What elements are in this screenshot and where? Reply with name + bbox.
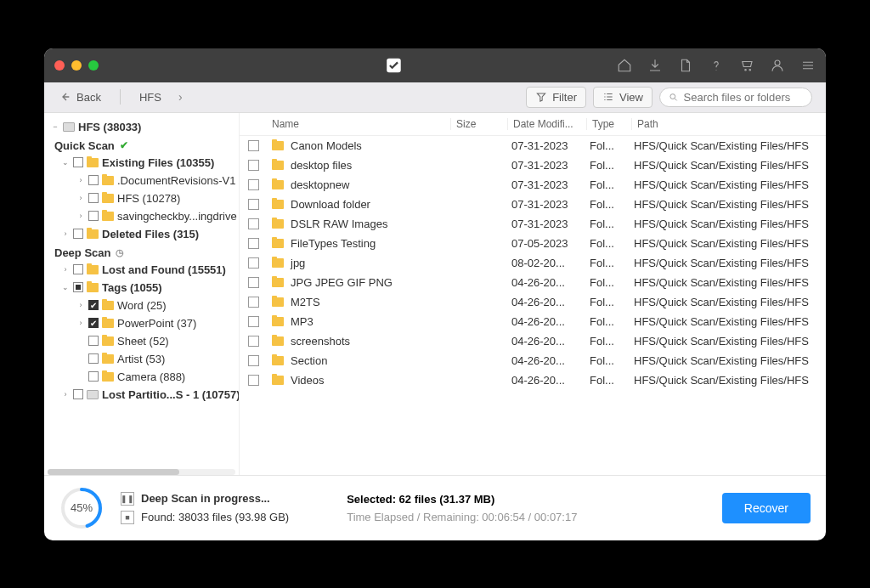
file-row[interactable]: Download folder 07-31-2023 Fol... HFS/Qu…	[240, 195, 826, 214]
col-path[interactable]: Path	[637, 118, 817, 130]
folder-icon	[272, 219, 284, 229]
folder-icon	[102, 354, 114, 364]
checkbox[interactable]	[73, 229, 83, 239]
cart-icon[interactable]	[739, 58, 754, 73]
download-icon[interactable]	[647, 58, 663, 73]
horizontal-scrollbar[interactable]	[48, 469, 235, 475]
tree-existing-files[interactable]: ⌄ Existing Files (10355)	[51, 154, 240, 172]
checkbox[interactable]	[88, 353, 99, 364]
back-button[interactable]: Back	[58, 90, 101, 104]
file-date: 04-26-20...	[511, 374, 585, 387]
checkbox[interactable]	[248, 179, 259, 190]
expand-toggle[interactable]: −	[51, 122, 59, 131]
checkbox[interactable]	[248, 257, 259, 269]
checkbox[interactable]	[248, 277, 259, 288]
file-row[interactable]: Canon Models 07-31-2023 Fol... HFS/Quick…	[240, 136, 826, 155]
checkbox[interactable]	[73, 264, 83, 274]
expand-toggle[interactable]: ›	[76, 319, 85, 327]
expand-toggle[interactable]: ⌄	[61, 158, 70, 167]
file-row[interactable]: desktop files 07-31-2023 Fol... HFS/Quic…	[240, 155, 826, 175]
tree-powerpoint[interactable]: › ✔ PowerPoint (37)	[51, 314, 240, 332]
expand-toggle[interactable]: ›	[76, 212, 85, 220]
checkbox[interactable]	[73, 157, 83, 167]
expand-toggle[interactable]: ›	[61, 265, 70, 274]
checkbox[interactable]	[248, 297, 259, 308]
col-type[interactable]: Type	[592, 118, 631, 130]
file-date: 07-31-2023	[511, 159, 585, 172]
zoom-light[interactable]	[88, 60, 99, 71]
expand-toggle[interactable]: ›	[61, 229, 70, 238]
col-date[interactable]: Date Modifi...	[513, 118, 586, 130]
tree-deleted-files[interactable]: › Deleted Files (315)	[51, 225, 240, 243]
scrollbar-thumb[interactable]	[48, 469, 179, 475]
checkbox[interactable]	[248, 140, 259, 151]
close-light[interactable]	[54, 60, 65, 71]
view-button[interactable]: View	[593, 87, 652, 108]
document-icon[interactable]	[678, 58, 693, 73]
file-row[interactable]: desktopnew 07-31-2023 Fol... HFS/Quick S…	[240, 175, 826, 195]
tree-sheet[interactable]: › Sheet (52)	[51, 332, 240, 350]
checkbox[interactable]	[73, 389, 83, 399]
tree-lost-partition[interactable]: › Lost Partitio...S - 1 (10757)	[51, 386, 240, 404]
file-row[interactable]: MP3 04-26-20... Fol... HFS/Quick Scan/Ex…	[240, 312, 826, 331]
footer: 45% ❚❚ Deep Scan in progress... ■ Found:…	[44, 475, 826, 540]
tree-word[interactable]: › ✔ Word (25)	[51, 297, 240, 314]
checkbox[interactable]	[248, 355, 259, 366]
file-row[interactable]: Section 04-26-20... Fol... HFS/Quick Sca…	[240, 351, 826, 370]
tree-root[interactable]: − HFS (38033)	[51, 118, 240, 136]
folder-icon	[102, 194, 114, 203]
checkbox[interactable]	[248, 336, 259, 347]
tree-tags[interactable]: ⌄ Tags (1055)	[51, 279, 240, 297]
expand-toggle[interactable]: ›	[76, 301, 85, 309]
file-row[interactable]: JPG JPEG GIF PNG 04-26-20... Fol... HFS/…	[240, 273, 826, 292]
tree-docrev[interactable]: › .DocumentRevisions-V1	[51, 172, 240, 189]
checkbox[interactable]	[248, 160, 259, 171]
file-date: 08-02-20...	[511, 257, 585, 269]
file-row[interactable]: DSLR RAW Images 07-31-2023 Fol... HFS/Qu…	[240, 214, 826, 234]
search-input[interactable]	[684, 91, 803, 104]
checkbox[interactable]	[88, 175, 99, 185]
checkbox[interactable]	[88, 371, 99, 382]
file-name: jpg	[291, 257, 305, 269]
expand-toggle[interactable]: ›	[76, 176, 85, 184]
file-row[interactable]: Videos 04-26-20... Fol... HFS/Quick Scan…	[240, 370, 826, 390]
file-row[interactable]: screenshots 04-26-20... Fol... HFS/Quick…	[240, 331, 826, 351]
recover-button[interactable]: Recover	[722, 493, 811, 523]
tree-savingcheck[interactable]: › savingcheckby...ingdrive	[51, 207, 240, 225]
checkbox[interactable]	[88, 211, 99, 221]
filter-button[interactable]: Filter	[526, 87, 586, 108]
file-row[interactable]: FileTypes Testing 07-05-2023 Fol... HFS/…	[240, 234, 826, 253]
minimize-light[interactable]	[71, 60, 82, 71]
tree-camera[interactable]: › Camera (888)	[51, 368, 240, 386]
tree-artist[interactable]: › Artist (53)	[51, 350, 240, 368]
checkbox[interactable]	[248, 375, 259, 386]
expand-toggle[interactable]: ›	[76, 194, 85, 202]
checkbox[interactable]	[248, 238, 259, 249]
folder-icon	[87, 229, 99, 239]
checkbox[interactable]	[248, 316, 259, 327]
user-icon[interactable]	[770, 58, 785, 73]
checkbox[interactable]: ✔	[88, 318, 99, 328]
tree-label: Word (25)	[117, 299, 167, 312]
file-row[interactable]: jpg 08-02-20... Fol... HFS/Quick Scan/Ex…	[240, 253, 826, 273]
search-box[interactable]	[659, 88, 812, 107]
checkbox[interactable]	[248, 199, 259, 210]
checkbox[interactable]	[88, 336, 99, 346]
expand-toggle[interactable]: ⌄	[61, 283, 70, 291]
footer-info: Selected: 62 files (31.37 MB) Time Elaps…	[347, 493, 577, 523]
home-icon[interactable]	[617, 58, 632, 73]
stop-button[interactable]: ■	[121, 511, 134, 524]
checkbox[interactable]	[248, 218, 259, 229]
help-icon[interactable]	[709, 58, 724, 73]
menu-icon[interactable]	[800, 58, 816, 73]
tree-hfs[interactable]: › HFS (10278)	[51, 189, 240, 207]
checkbox[interactable]	[88, 193, 99, 203]
breadcrumb[interactable]: HFS	[139, 91, 161, 104]
pause-button[interactable]: ❚❚	[121, 492, 134, 506]
tree-lost-found[interactable]: › Lost and Found (15551)	[51, 261, 240, 279]
checkbox[interactable]	[73, 282, 83, 292]
checkbox[interactable]: ✔	[88, 300, 99, 310]
file-row[interactable]: M2TS 04-26-20... Fol... HFS/Quick Scan/E…	[240, 292, 826, 312]
expand-toggle[interactable]: ›	[61, 390, 70, 399]
check-icon: ✔	[120, 139, 128, 151]
